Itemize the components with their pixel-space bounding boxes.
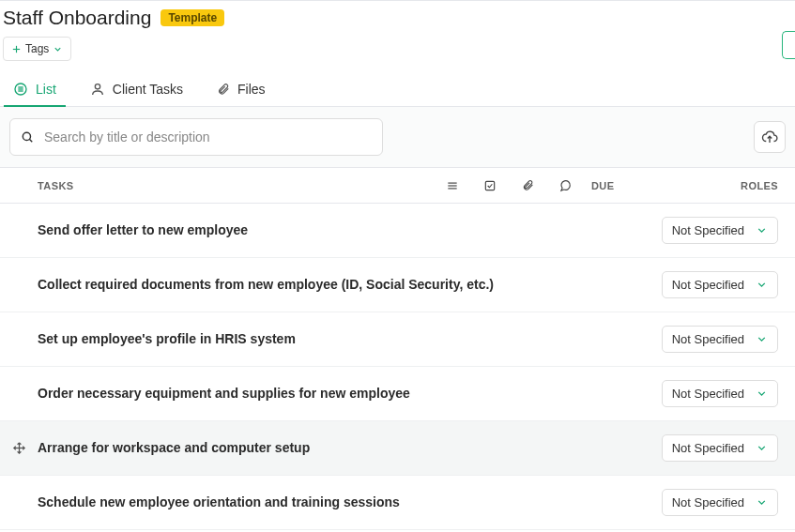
table-row[interactable]: Order necessary equipment and supplies f… bbox=[0, 367, 795, 421]
column-comments-icon[interactable] bbox=[546, 179, 584, 192]
role-cell: Not Specified bbox=[662, 434, 786, 462]
svg-point-6 bbox=[95, 84, 99, 89]
template-badge: Template bbox=[161, 9, 224, 26]
tab-list[interactable]: List bbox=[9, 74, 60, 106]
role-select[interactable]: Not Specified bbox=[662, 326, 778, 353]
role-select[interactable]: Not Specified bbox=[662, 434, 778, 462]
role-select[interactable]: Not Specified bbox=[662, 217, 778, 244]
task-title[interactable]: Arrange for workspace and computer setup bbox=[38, 438, 573, 457]
task-title[interactable]: Order necessary equipment and supplies f… bbox=[38, 384, 573, 403]
cloud-upload-icon bbox=[761, 129, 778, 145]
column-roles: ROLES bbox=[741, 180, 795, 191]
tags-label: Tags bbox=[25, 42, 49, 55]
tab-client-tasks-label: Client Tasks bbox=[113, 82, 183, 97]
column-tasks: TASKS bbox=[0, 180, 434, 191]
chevron-down-icon bbox=[756, 442, 768, 454]
column-due: DUE bbox=[584, 180, 640, 191]
tags-button[interactable]: Tags bbox=[3, 37, 71, 61]
search-input[interactable] bbox=[9, 118, 383, 156]
role-cell: Not Specified bbox=[662, 489, 786, 516]
svg-line-8 bbox=[29, 139, 32, 142]
column-description-icon[interactable] bbox=[434, 179, 471, 192]
tab-list-label: List bbox=[36, 82, 56, 97]
role-cell: Not Specified bbox=[662, 326, 786, 353]
table-row[interactable]: Set up employee's profile in HRIS system… bbox=[0, 312, 795, 367]
table-row[interactable]: Send offer letter to new employeeNot Spe… bbox=[0, 204, 795, 258]
cloud-upload-button[interactable] bbox=[754, 121, 786, 153]
table-header: TASKS DUE ROLES bbox=[0, 168, 795, 204]
chevron-down-icon bbox=[756, 388, 768, 400]
role-cell: Not Specified bbox=[662, 380, 786, 407]
task-title[interactable]: Schedule new employee orientation and tr… bbox=[38, 493, 573, 511]
role-select-label: Not Specified bbox=[672, 495, 744, 509]
chevron-down-icon bbox=[756, 496, 768, 509]
role-select[interactable]: Not Specified bbox=[662, 271, 778, 298]
task-table: TASKS DUE ROLES Send offer letter to new… bbox=[0, 167, 795, 532]
action-button-stub[interactable] bbox=[782, 31, 795, 59]
chevron-down-icon bbox=[53, 44, 63, 54]
role-cell: Not Specified bbox=[662, 217, 786, 244]
task-title[interactable]: Collect required documents from new empl… bbox=[38, 275, 573, 294]
role-select-label: Not Specified bbox=[672, 441, 744, 455]
role-select[interactable]: Not Specified bbox=[662, 380, 778, 407]
tabs: List Client Tasks Files bbox=[0, 74, 795, 107]
chevron-down-icon bbox=[756, 224, 768, 236]
person-icon bbox=[90, 82, 105, 97]
page-title: Staff Onboarding bbox=[3, 7, 151, 29]
search-icon bbox=[21, 130, 34, 144]
table-row[interactable]: Collect required documents from new empl… bbox=[0, 258, 795, 312]
svg-rect-13 bbox=[485, 181, 494, 190]
plus-icon bbox=[11, 44, 22, 54]
role-select-label: Not Specified bbox=[672, 332, 744, 346]
role-select-label: Not Specified bbox=[672, 387, 744, 401]
task-title[interactable]: Send offer letter to new employee bbox=[38, 220, 573, 239]
page-header: Staff Onboarding Template Tags bbox=[0, 1, 795, 61]
role-cell: Not Specified bbox=[662, 271, 786, 298]
task-title[interactable]: Set up employee's profile in HRIS system bbox=[38, 329, 573, 348]
list-icon bbox=[13, 82, 28, 97]
svg-point-7 bbox=[23, 132, 30, 140]
toolbar bbox=[0, 107, 795, 167]
tab-files[interactable]: Files bbox=[213, 74, 269, 106]
role-select[interactable]: Not Specified bbox=[662, 489, 778, 516]
role-select-label: Not Specified bbox=[672, 223, 744, 237]
table-row[interactable]: Arrange for workspace and computer setup… bbox=[0, 421, 795, 476]
paperclip-icon bbox=[217, 83, 230, 96]
column-checklist-icon[interactable] bbox=[471, 179, 509, 192]
drag-handle-icon[interactable] bbox=[0, 441, 38, 455]
chevron-down-icon bbox=[756, 333, 768, 345]
column-attachment-icon[interactable] bbox=[509, 179, 546, 191]
table-row[interactable]: Schedule new employee orientation and tr… bbox=[0, 476, 795, 530]
chevron-down-icon bbox=[756, 279, 768, 291]
tab-files-label: Files bbox=[237, 82, 266, 97]
role-select-label: Not Specified bbox=[672, 278, 744, 292]
tab-client-tasks[interactable]: Client Tasks bbox=[86, 74, 187, 106]
